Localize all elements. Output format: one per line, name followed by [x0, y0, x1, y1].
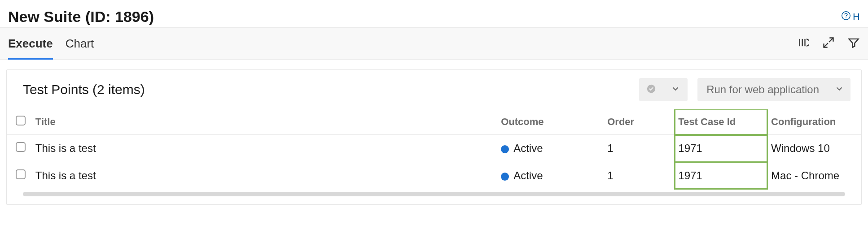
columns-icon — [797, 36, 810, 51]
col-header-outcome[interactable]: Outcome — [497, 109, 604, 135]
help-link[interactable]: H — [841, 11, 860, 23]
outcome-label: Active — [513, 169, 543, 182]
outcome-label: Active — [513, 142, 543, 154]
table-row[interactable]: This is a testActive11971Windows 10 — [7, 135, 861, 162]
check-circle-icon — [646, 84, 656, 95]
help-label: H — [853, 11, 860, 23]
column-options-button[interactable] — [797, 36, 810, 51]
cell-order: 1 — [604, 162, 675, 190]
cell-configuration: Windows 10 — [767, 135, 861, 162]
run-button-chevron[interactable] — [828, 78, 850, 101]
run-button-split[interactable]: Run for web application — [697, 78, 850, 101]
filter-button[interactable] — [847, 36, 860, 51]
col-header-configuration[interactable]: Configuration — [767, 109, 861, 135]
col-header-title[interactable]: Title — [32, 109, 497, 135]
panel-title: Test Points (2 items) — [23, 82, 145, 97]
cell-test-case-id: 1971 — [675, 162, 767, 190]
fullscreen-button[interactable] — [822, 36, 835, 51]
svg-line-6 — [824, 43, 828, 47]
status-dot-icon — [501, 145, 509, 153]
filter-icon — [847, 36, 860, 51]
tab-bar: Execute Chart — [0, 27, 868, 60]
tab-chart[interactable]: Chart — [66, 28, 94, 59]
tab-execute[interactable]: Execute — [8, 28, 53, 59]
cell-test-case-id: 1971 — [675, 135, 767, 162]
mark-outcome-chevron[interactable] — [663, 78, 688, 101]
select-all-checkbox[interactable] — [16, 116, 26, 126]
cell-configuration: Mac - Chrome — [767, 162, 861, 190]
col-header-test-case-id[interactable]: Test Case Id — [675, 109, 767, 135]
expand-icon — [822, 36, 835, 51]
row-checkbox[interactable] — [16, 142, 26, 152]
test-points-table: Title Outcome Order Test Case Id Configu… — [7, 109, 861, 189]
cell-title: This is a test — [32, 135, 497, 162]
mark-outcome-button[interactable] — [639, 78, 663, 101]
help-icon — [841, 11, 851, 23]
cell-outcome: Active — [497, 135, 604, 162]
outcome-action-split[interactable] — [639, 78, 688, 101]
test-points-panel: Test Points (2 items) — [6, 69, 862, 205]
status-dot-icon — [501, 173, 509, 181]
svg-line-5 — [829, 38, 833, 42]
svg-point-1 — [846, 17, 846, 17]
page-title: New Suite (ID: 1896) — [8, 8, 154, 26]
table-row[interactable]: This is a testActive11971Mac - Chrome — [7, 162, 861, 190]
cell-outcome: Active — [497, 162, 604, 190]
cell-title: This is a test — [32, 162, 497, 190]
chevron-down-icon — [834, 84, 844, 95]
cell-order: 1 — [604, 135, 675, 162]
row-checkbox[interactable] — [16, 169, 26, 179]
horizontal-scrollbar[interactable] — [23, 192, 845, 196]
col-header-order[interactable]: Order — [604, 109, 675, 135]
run-button[interactable]: Run for web application — [697, 78, 828, 101]
chevron-down-icon — [671, 84, 680, 95]
